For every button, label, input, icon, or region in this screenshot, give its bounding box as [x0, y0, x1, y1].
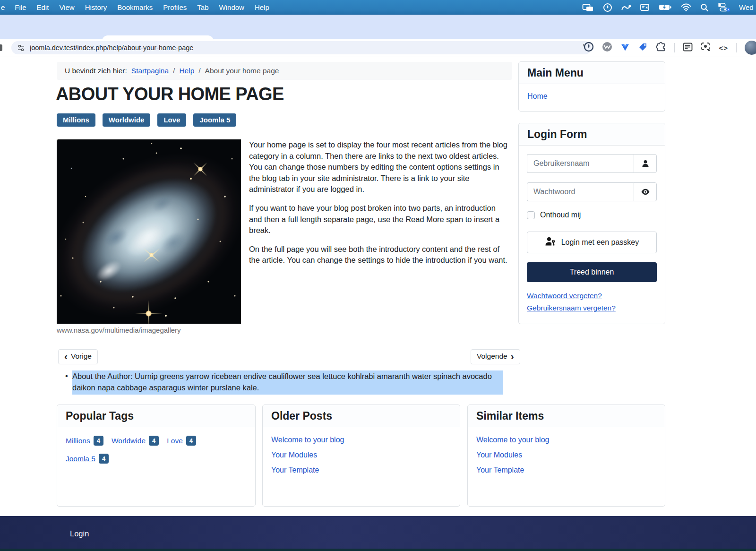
- profile-avatar[interactable]: [745, 41, 756, 55]
- address-bar[interactable]: joomla.dev.test/index.php/help/about-you…: [11, 41, 592, 54]
- passkey-login-button[interactable]: Login met een passkey: [527, 232, 657, 253]
- nebula-image: [57, 139, 241, 324]
- similar-item-link[interactable]: Your Modules: [476, 451, 656, 459]
- macos-menubar: e File Edit View History Bookmarks Profi…: [0, 0, 756, 15]
- popular-tag-millions[interactable]: Millions 4: [66, 436, 103, 446]
- browser-tabstrip: Artikelen: Velden - Joomla - E × About y…: [0, 15, 756, 39]
- one-password-menu-icon[interactable]: [603, 3, 612, 12]
- tag-worldwide[interactable]: Worldwide: [103, 113, 151, 127]
- browser-toolbar: joomla.dev.test/index.php/help/about-you…: [0, 39, 756, 57]
- star: [146, 310, 152, 317]
- menu-app-partial[interactable]: e: [0, 3, 9, 11]
- user-icon: [634, 154, 657, 173]
- site-footer: Login: [0, 516, 756, 551]
- tag-extension-icon[interactable]: [638, 42, 648, 54]
- paragraph: If you want to have your blog post broke…: [249, 203, 510, 236]
- card-title: Older Posts: [263, 405, 460, 427]
- breadcrumb-link-help[interactable]: Help: [179, 67, 194, 75]
- tag-count-badge: 4: [99, 454, 109, 464]
- popular-tags-card: Popular Tags Millions 4 Worldwide 4 Love…: [57, 405, 256, 507]
- cleanshot-icon[interactable]: [621, 4, 631, 11]
- eye-icon[interactable]: [634, 182, 657, 201]
- tag-millions[interactable]: Millions: [57, 113, 95, 127]
- tag-link[interactable]: Millions: [66, 437, 90, 445]
- forgot-username-link[interactable]: Gebruikersnaam vergeten?: [527, 304, 657, 312]
- paragraph: Your home page is set to display the fou…: [249, 139, 510, 195]
- card-title: Popular Tags: [57, 405, 255, 427]
- article-tags: Millions Worldwide Love Joomla 5: [57, 113, 236, 127]
- tag-count-badge: 4: [149, 436, 159, 446]
- battery-icon[interactable]: [659, 4, 672, 11]
- menu-bookmarks[interactable]: Bookmarks: [112, 3, 158, 11]
- popular-tag-love[interactable]: Love 4: [167, 436, 196, 446]
- remember-me-checkbox[interactable]: [527, 211, 535, 219]
- previous-button[interactable]: ‹ Vorige: [58, 349, 98, 364]
- similar-item-link[interactable]: Your Template: [476, 466, 656, 474]
- lens-capture-icon[interactable]: [701, 42, 711, 53]
- next-button[interactable]: Volgende ›: [471, 349, 520, 364]
- tag-link[interactable]: Joomla 5: [66, 455, 95, 463]
- window-manager-icon[interactable]: [640, 3, 650, 11]
- password-input[interactable]: [527, 182, 634, 201]
- sidebar-item-home[interactable]: Home: [527, 92, 548, 100]
- username-input[interactable]: [527, 154, 634, 173]
- paragraph: On the full page you will see both the i…: [249, 244, 510, 266]
- menu-help[interactable]: Help: [249, 3, 275, 11]
- screen-mirroring-icon[interactable]: [582, 3, 594, 12]
- page-title: ABOUT YOUR HOME PAGE: [56, 84, 284, 104]
- menu-tab[interactable]: Tab: [192, 3, 214, 11]
- passkey-icon: [545, 236, 556, 249]
- footer-edge: [0, 549, 756, 551]
- tag-link[interactable]: Love: [167, 437, 183, 445]
- toolbar-divider: [674, 43, 675, 52]
- tag-link[interactable]: Worldwide: [112, 437, 146, 445]
- menu-history[interactable]: History: [80, 3, 112, 11]
- extensions-puzzle-icon[interactable]: [656, 42, 666, 54]
- clipped-icon: [0, 44, 2, 51]
- menu-view[interactable]: View: [54, 3, 79, 11]
- chevron-left-icon: ‹: [64, 353, 68, 360]
- tag-love[interactable]: Love: [157, 113, 186, 127]
- older-post-link[interactable]: Your Template: [271, 466, 451, 474]
- login-submit-button[interactable]: Treed binnen: [527, 262, 657, 282]
- menubar-clock[interactable]: Wed: [739, 3, 756, 11]
- menu-window[interactable]: Window: [214, 3, 249, 11]
- forgot-password-link[interactable]: Wachtwoord vergeten?: [527, 292, 657, 300]
- site-settings-icon[interactable]: [17, 44, 25, 52]
- code-devtools-icon[interactable]: <>: [719, 44, 728, 52]
- url-text[interactable]: joomla.dev.test/index.php/help/about-you…: [30, 44, 574, 52]
- remember-me-label: Onthoud mij: [540, 211, 581, 219]
- similar-item-link[interactable]: Welcome to your blog: [476, 436, 656, 444]
- tag-joomla5[interactable]: Joomla 5: [193, 113, 236, 127]
- similar-items-card: Similar Items Welcome to your blog Your …: [467, 405, 665, 507]
- popular-tag-joomla5[interactable]: Joomla 5 4: [66, 454, 109, 464]
- control-center-icon[interactable]: [718, 3, 730, 12]
- older-post-link[interactable]: Your Modules: [271, 451, 451, 459]
- spotlight-search-icon[interactable]: [700, 3, 709, 12]
- footer-login-heading: Login: [70, 529, 89, 538]
- wifi-icon[interactable]: [681, 3, 691, 11]
- menu-file[interactable]: File: [9, 3, 31, 11]
- popular-tag-worldwide[interactable]: Worldwide 4: [112, 436, 159, 446]
- login-form-card: Login Form Onthoud mij: [518, 123, 665, 324]
- main-menu-title: Main Menu: [519, 62, 665, 84]
- breadcrumb-link-startpagina[interactable]: Startpagina: [131, 67, 169, 75]
- wappalyzer-extension-icon[interactable]: [602, 42, 612, 54]
- page-content: U bevindt zich hier: Startpagina / Help …: [0, 57, 756, 516]
- older-posts-card: Older Posts Welcome to your blog Your Mo…: [262, 405, 460, 507]
- reading-list-icon[interactable]: [683, 43, 693, 53]
- main-menu-card: Main Menu Home: [518, 61, 665, 112]
- chevron-right-icon: ›: [511, 353, 514, 360]
- breadcrumb: U bevindt zich hier: Startpagina / Help …: [57, 62, 512, 80]
- toolbar-divider: [736, 43, 737, 52]
- one-password-extension-icon[interactable]: [584, 42, 594, 54]
- card-title: Similar Items: [468, 405, 665, 427]
- list-bullet: •: [65, 370, 72, 395]
- menu-edit[interactable]: Edit: [32, 3, 54, 11]
- menu-profiles[interactable]: Profiles: [158, 3, 192, 11]
- image-caption: www.nasa.gov/multimedia/imagegallery: [57, 326, 181, 334]
- older-post-link[interactable]: Welcome to your blog: [271, 436, 451, 444]
- v-extension-icon[interactable]: [620, 42, 630, 53]
- author-note: • About the Author: Uurnip greens yarrow…: [65, 370, 503, 395]
- breadcrumb-separator: /: [198, 67, 200, 75]
